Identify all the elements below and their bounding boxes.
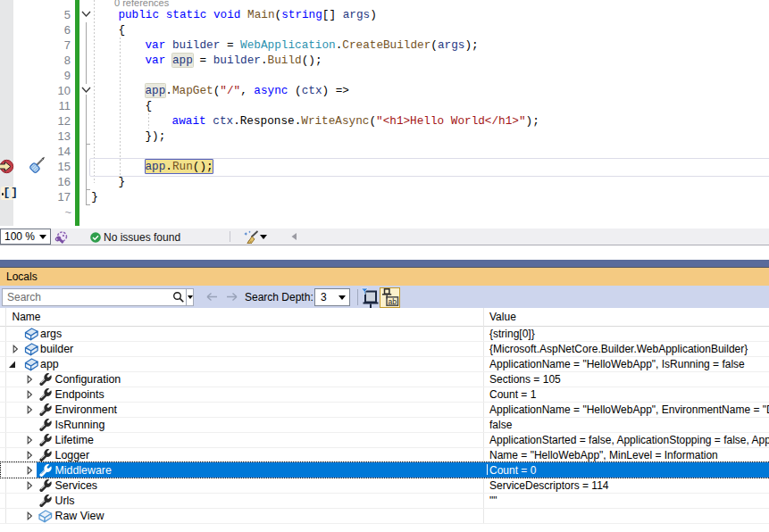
svg-text:ab: ab [389, 296, 397, 305]
